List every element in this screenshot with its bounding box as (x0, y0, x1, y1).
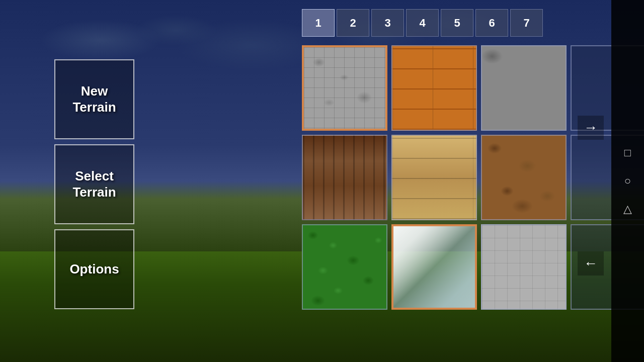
terrain-cell-7[interactable] (481, 135, 567, 220)
pagination: 1 2 3 4 5 6 7 (302, 9, 543, 37)
page-tab-6[interactable]: 6 (475, 9, 508, 37)
arrow-left-button[interactable]: ← (578, 251, 604, 276)
android-nav-bar: □ ○ △ (611, 0, 644, 362)
terrain-cell-10[interactable] (391, 224, 477, 310)
options-button[interactable]: Options (54, 229, 134, 309)
select-terrain-button[interactable]: Select Terrain (54, 144, 134, 224)
terrain-cell-6[interactable] (391, 135, 477, 220)
page-tab-1[interactable]: 1 (302, 9, 335, 37)
page-tab-5[interactable]: 5 (441, 9, 473, 37)
terrain-cell-11[interactable] (481, 224, 567, 310)
terrain-cell-5[interactable] (302, 135, 387, 220)
android-circle-icon[interactable]: ○ (624, 174, 631, 188)
new-terrain-label: New Terrain (72, 83, 116, 115)
terrain-cell-1[interactable] (302, 45, 387, 131)
options-label: Options (69, 261, 119, 277)
terrain-cell-9[interactable] (302, 224, 387, 310)
arrow-right-button[interactable]: → (578, 116, 604, 140)
terrain-cell-3[interactable] (481, 45, 567, 131)
page-tab-7[interactable]: 7 (510, 9, 543, 37)
android-triangle-icon[interactable]: △ (623, 203, 632, 216)
select-terrain-label: Select Terrain (72, 168, 116, 200)
page-tab-2[interactable]: 2 (337, 9, 369, 37)
android-square-icon[interactable]: □ (624, 146, 631, 159)
page-tab-4[interactable]: 4 (406, 9, 439, 37)
left-menu: New Terrain Select Terrain Options (54, 59, 134, 309)
new-terrain-button[interactable]: New Terrain (54, 59, 134, 139)
terrain-cell-2[interactable] (391, 45, 477, 131)
page-tab-3[interactable]: 3 (371, 9, 404, 37)
